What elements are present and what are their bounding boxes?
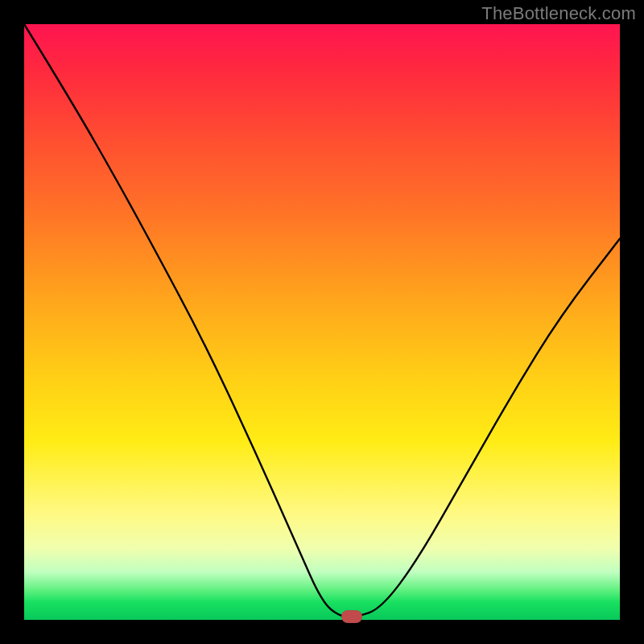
- attribution-text: TheBottleneck.com: [481, 3, 636, 24]
- plot-area: [24, 24, 620, 620]
- min-point-marker: [341, 610, 362, 623]
- chart-frame: TheBottleneck.com: [0, 0, 644, 644]
- bottleneck-curve: [24, 24, 620, 617]
- curve-svg: [24, 24, 620, 620]
